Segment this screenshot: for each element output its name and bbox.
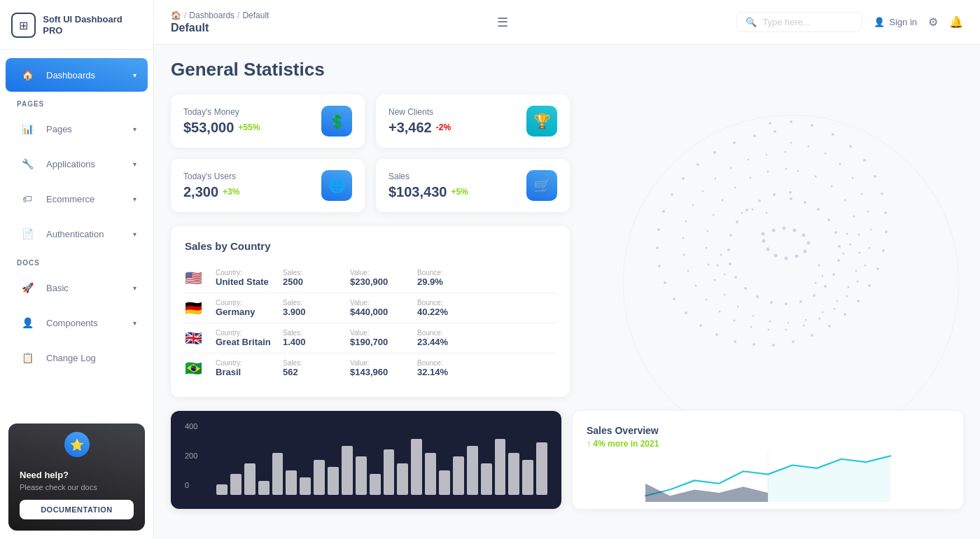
page-title-topbar: Default xyxy=(171,22,269,34)
stat-change-users: +3% xyxy=(223,187,239,197)
svg-point-83 xyxy=(788,322,790,324)
sidebar-item-label: Applications xyxy=(46,159,95,169)
svg-point-42 xyxy=(852,177,854,179)
bar xyxy=(258,481,270,495)
svg-point-63 xyxy=(685,220,687,223)
documentation-button[interactable]: DOCUMENTATION xyxy=(20,500,134,519)
svg-point-77 xyxy=(859,252,861,254)
sales-overview-card: Sales Overview ↑ 4% more in 2021 xyxy=(573,411,963,509)
sidebar-item-label: Change Log xyxy=(46,353,96,363)
svg-point-38 xyxy=(790,142,792,144)
globe-decoration xyxy=(546,101,980,465)
sidebar-item-basic[interactable]: 🚀 Basic ▾ xyxy=(6,271,148,304)
svg-point-62 xyxy=(682,237,685,239)
bounce-col: Bounce: 23.44% xyxy=(417,329,473,347)
svg-point-84 xyxy=(769,321,771,323)
notifications-icon[interactable]: 🔔 xyxy=(949,15,963,29)
search-placeholder: Type here... xyxy=(762,17,811,27)
stat-icon-clients: 🏆 xyxy=(526,106,557,136)
svg-point-127 xyxy=(807,241,811,245)
topbar: 🏠 / Dashboards / Default Default ☰ 🔍 Typ… xyxy=(154,0,980,45)
svg-point-144 xyxy=(850,244,852,246)
country-col: Country: Germany xyxy=(216,299,272,317)
svg-point-15 xyxy=(828,325,831,328)
svg-point-11 xyxy=(876,267,879,270)
svg-point-99 xyxy=(804,201,806,204)
svg-point-27 xyxy=(656,246,659,249)
svg-point-34 xyxy=(733,141,736,144)
help-box: ⭐ Need help? Please check our docs DOCUM… xyxy=(8,424,145,531)
svg-point-57 xyxy=(719,311,721,313)
svg-point-120 xyxy=(773,193,776,196)
value-col: Value: $143,960 xyxy=(350,359,406,377)
svg-point-36 xyxy=(774,130,776,133)
sidebar-item-dashboards[interactable]: 🏠 Dashboards ▾ xyxy=(6,58,148,92)
sidebar-item-components[interactable]: 👤 Components ▾ xyxy=(6,306,148,340)
stat-card-users: Today's Users 2,300 +3% 🌐 xyxy=(171,159,365,212)
svg-point-1 xyxy=(790,120,792,123)
stat-change-clients: -2% xyxy=(436,122,451,132)
bar xyxy=(411,439,422,495)
bar xyxy=(495,439,506,495)
signin-button[interactable]: 👤 Sign in xyxy=(874,17,917,27)
svg-point-125 xyxy=(793,229,797,232)
svg-point-145 xyxy=(843,253,845,255)
sidebar-item-pages[interactable]: 📊 Pages ▾ xyxy=(6,112,148,146)
svg-point-49 xyxy=(846,295,848,298)
svg-point-78 xyxy=(855,270,858,272)
svg-point-29 xyxy=(662,210,665,213)
hamburger-icon[interactable]: ☰ xyxy=(497,15,508,30)
svg-point-22 xyxy=(699,324,702,327)
sidebar-item-label: Dashboards xyxy=(46,70,95,80)
bar xyxy=(300,477,311,495)
svg-point-2 xyxy=(811,124,813,127)
svg-point-56 xyxy=(734,320,736,322)
bar xyxy=(356,456,367,495)
bar xyxy=(328,467,339,495)
svg-point-87 xyxy=(724,294,726,296)
sidebar-item-changelog[interactable]: 📋 Change Log xyxy=(6,341,148,374)
svg-point-113 xyxy=(734,276,737,279)
settings-icon[interactable]: ⚙ xyxy=(928,15,938,29)
search-icon: 🔍 xyxy=(746,17,757,27)
svg-point-31 xyxy=(682,177,685,180)
svg-point-104 xyxy=(837,259,840,262)
help-star-icon: ⭐ xyxy=(64,432,90,457)
svg-point-100 xyxy=(817,208,820,211)
svg-point-64 xyxy=(692,204,694,206)
svg-point-66 xyxy=(715,178,717,180)
value-col: Value: $440,000 xyxy=(350,299,406,317)
breadcrumb-dashboards: Dashboards xyxy=(189,10,234,20)
stat-info-users: Today's Users 2,300 +3% xyxy=(183,172,239,200)
bar xyxy=(230,474,241,495)
country-flag: 🇬🇧 xyxy=(185,330,204,346)
svg-point-101 xyxy=(827,218,830,221)
bar xyxy=(314,460,325,495)
breadcrumb-default: Default xyxy=(242,10,269,20)
chart-bars xyxy=(185,425,547,495)
svg-point-10 xyxy=(882,249,885,252)
svg-point-4 xyxy=(849,145,852,148)
sidebar-item-ecommerce[interactable]: 🏷 Ecommerce ▾ xyxy=(6,182,148,216)
svg-point-122 xyxy=(762,232,765,236)
svg-point-110 xyxy=(770,301,773,304)
help-subtitle: Please check our docs xyxy=(20,483,134,491)
topbar-left: 🏠 / Dashboards / Default Default xyxy=(171,10,269,34)
svg-point-109 xyxy=(785,302,788,305)
svg-point-33 xyxy=(713,151,716,154)
svg-point-8 xyxy=(884,211,887,214)
svg-point-65 xyxy=(702,190,704,192)
stat-change-sales: +5% xyxy=(451,187,468,197)
topbar-right: 🔍 Type here... 👤 Sign in ⚙ 🔔 xyxy=(736,12,963,32)
sidebar-item-authentication[interactable]: 📄 Authentication ▾ xyxy=(6,217,148,251)
svg-point-32 xyxy=(696,163,699,166)
svg-point-50 xyxy=(834,308,836,310)
svg-point-95 xyxy=(750,177,752,179)
svg-point-80 xyxy=(836,300,839,302)
svg-point-39 xyxy=(808,146,810,148)
country-flag: 🇺🇸 xyxy=(185,270,204,286)
breadcrumb: 🏠 / Dashboards / Default xyxy=(171,10,269,20)
svg-point-61 xyxy=(683,254,685,256)
search-box[interactable]: 🔍 Type here... xyxy=(736,12,862,32)
sidebar-item-applications[interactable]: 🔧 Applications ▾ xyxy=(6,147,148,181)
